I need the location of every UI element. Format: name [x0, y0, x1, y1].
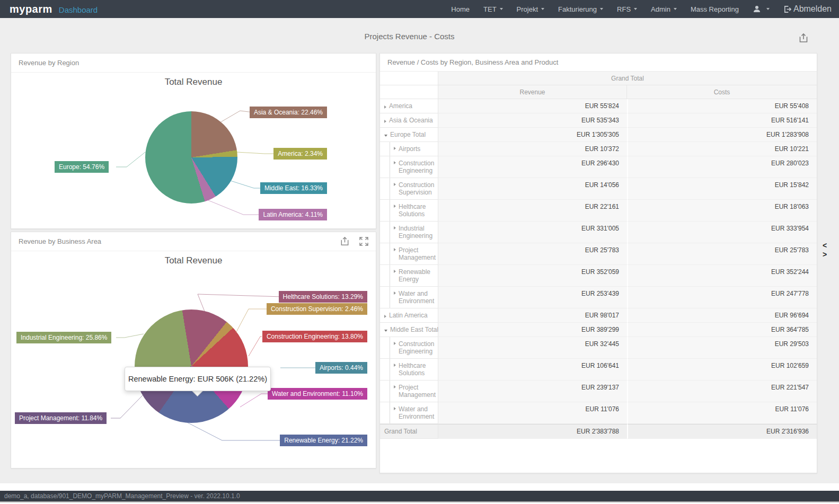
expand-icon[interactable]: [394, 342, 396, 345]
nav-item-mass-reporting[interactable]: Mass Reporting: [691, 5, 739, 13]
revenue-value: EUR 389'299: [438, 323, 627, 337]
slide-prev-chevron[interactable]: <: [823, 242, 827, 249]
logout-label: Abmelden: [793, 4, 832, 14]
revenue-value: EUR 2'383'788: [438, 424, 627, 439]
collapse-icon[interactable]: [384, 330, 387, 332]
chevron-down-icon: [634, 8, 637, 10]
expand-icon[interactable]: [394, 161, 396, 164]
nav-item-admin[interactable]: Admin: [651, 5, 677, 13]
row-label: Project Management: [399, 384, 437, 399]
expand-icon[interactable]: [394, 147, 396, 150]
expand-icon[interactable]: [394, 183, 396, 186]
row-label-cell[interactable]: Renewable Energy: [380, 265, 438, 287]
row-label-cell[interactable]: Water and Environment: [380, 287, 438, 308]
pie-slice-label: America: 2.34%: [273, 148, 327, 160]
row-label-cell[interactable]: Helthcare Solutions: [380, 359, 438, 381]
nav-item-fakturierung[interactable]: Fakturierung: [558, 5, 603, 13]
chevron-down-icon: [674, 8, 677, 10]
expand-icon[interactable]: [394, 270, 396, 273]
expand-icon[interactable]: [394, 385, 396, 388]
costs-value: EUR 364'785: [627, 323, 817, 337]
revenue-value: EUR 535'343: [438, 113, 627, 128]
chart-tooltip-text: Renewable Energy: EUR 506K (21.22%): [128, 375, 267, 383]
top-navbar: myparm Dashboard HomeTETProjektFakturier…: [0, 0, 839, 18]
row-label-cell[interactable]: America: [380, 99, 438, 113]
nav-item-tet[interactable]: TET: [483, 5, 503, 13]
logout-icon: [783, 5, 791, 13]
row-label: Water and Environment: [399, 405, 437, 420]
status-text: demo_a, database/901_DEMO_myPARM_Managem…: [4, 492, 240, 500]
row-label: Grand Total: [384, 428, 417, 435]
pie-slice-label: Helthcare Solutions: 13.29%: [279, 291, 367, 303]
table-row: Europe TotalEUR 1'305'305EUR 1'283'908: [380, 128, 817, 142]
nav-item-rfs[interactable]: RFS: [617, 5, 637, 13]
nav-item-home[interactable]: Home: [451, 5, 470, 13]
table-row: Industrial EngineeringEUR 331'005EUR 333…: [380, 222, 817, 243]
row-label: Water and Environment: [399, 290, 437, 305]
row-label-cell[interactable]: Project Management: [380, 381, 438, 402]
row-label-cell[interactable]: Helthcare Solutions: [380, 200, 438, 222]
table-row: Construction SupervisionEUR 14'056EUR 15…: [380, 178, 817, 200]
pie-0[interactable]: [145, 111, 237, 204]
row-label-cell[interactable]: Water and Environment: [380, 402, 438, 424]
costs-value: EUR 29'503: [627, 337, 817, 359]
costs-value: EUR 15'842: [627, 178, 817, 200]
revenue-value: EUR 253'439: [438, 287, 627, 308]
app-logo[interactable]: myparm Dashboard: [10, 3, 98, 15]
business-pie-chart: Helthcare Solutions: 13.29%Construction …: [11, 232, 376, 468]
chevron-down-icon: [600, 8, 603, 10]
revenue-value: EUR 1'305'305: [438, 128, 627, 142]
table-title: Revenue / Costs by Region, Business Area…: [380, 54, 817, 72]
table-row: AmericaEUR 55'824EUR 55'408: [380, 99, 817, 113]
row-label-cell[interactable]: Middle East Total: [380, 323, 438, 337]
pie-slice-label: Europe: 54.76%: [55, 161, 109, 173]
pie-1[interactable]: [135, 310, 248, 423]
row-label-cell[interactable]: Construction Engineering: [380, 337, 438, 359]
expand-icon[interactable]: [394, 226, 396, 229]
row-label-cell[interactable]: Project Management: [380, 243, 438, 265]
row-label: Industrial Engineering: [399, 225, 437, 240]
page-export-icon[interactable]: [798, 33, 809, 43]
expand-icon[interactable]: [394, 248, 396, 251]
pie-slice-label: Middle East: 16.33%: [260, 182, 327, 194]
pie-slice-label: Latin America: 4.11%: [259, 209, 327, 220]
logo-parm: parm: [25, 3, 52, 15]
nav-item-projekt[interactable]: Projekt: [517, 5, 544, 13]
costs-value: EUR 221'547: [627, 381, 817, 402]
logo-my: my: [10, 3, 25, 15]
expand-icon[interactable]: [384, 315, 386, 318]
nav-item-label: TET: [483, 5, 497, 13]
slide-next-chevron[interactable]: >: [823, 251, 827, 258]
row-label-cell[interactable]: Construction Supervision: [380, 178, 438, 200]
row-label-cell[interactable]: Industrial Engineering: [380, 222, 438, 243]
table-col-costs: Costs: [627, 85, 817, 99]
expand-icon[interactable]: [394, 205, 396, 208]
row-label-cell[interactable]: Construction Engineering: [380, 156, 438, 178]
row-label-cell[interactable]: Airports: [380, 142, 438, 156]
pie-slice-label: Asia & Oceania: 22.46%: [250, 107, 327, 118]
expand-icon[interactable]: [384, 120, 386, 123]
logout-button[interactable]: Abmelden: [783, 4, 832, 14]
page-title: Projects Revenue - Costs: [364, 32, 454, 41]
revenue-value: EUR 331'005: [438, 222, 627, 243]
row-label-cell[interactable]: Latin America: [380, 308, 438, 323]
row-label: Construction Engineering: [399, 340, 437, 355]
expand-icon[interactable]: [394, 407, 396, 410]
user-menu[interactable]: [753, 5, 770, 13]
table-body: AmericaEUR 55'824EUR 55'408Asia & Oceani…: [380, 99, 817, 473]
row-label: Asia & Oceania: [389, 117, 433, 124]
collapse-icon[interactable]: [384, 135, 387, 137]
expand-icon[interactable]: [384, 105, 386, 109]
table-row: Project ManagementEUR 239'137EUR 221'547: [380, 381, 817, 402]
row-label-cell[interactable]: Asia & Oceania: [380, 113, 438, 128]
costs-value: EUR 333'954: [627, 222, 817, 243]
costs-value: EUR 1'283'908: [627, 128, 817, 142]
chevron-down-icon: [541, 8, 544, 10]
expand-icon[interactable]: [394, 291, 396, 295]
costs-value: EUR 280'023: [627, 156, 817, 178]
revenue-value: EUR 25'783: [438, 243, 627, 265]
table-row: Construction EngineeringEUR 32'445EUR 29…: [380, 337, 817, 359]
expand-icon[interactable]: [394, 364, 396, 367]
row-label-cell[interactable]: Europe Total: [380, 128, 438, 142]
logo-app-name: Dashboard: [59, 5, 98, 14]
